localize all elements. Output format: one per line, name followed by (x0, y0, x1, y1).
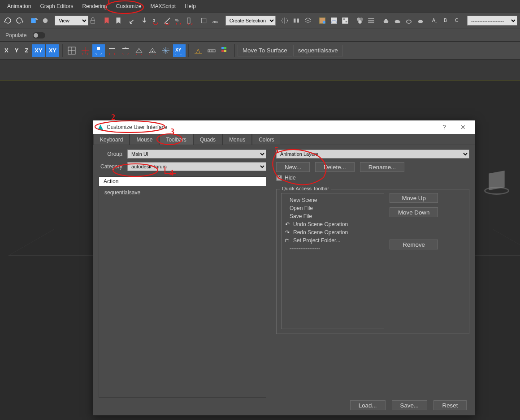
reset-button[interactable]: Reset (433, 400, 467, 410)
qat-item-undo[interactable]: ↶Undo Scene Operation (283, 220, 382, 228)
load-button[interactable]: Load... (350, 400, 386, 410)
scene-explorer-icon[interactable] (317, 14, 328, 27)
menu-maxscript[interactable]: MAXScript (146, 1, 180, 11)
svg-point-36 (152, 51, 153, 52)
edge-snap-icon[interactable] (106, 44, 118, 57)
bookmark-1-icon[interactable] (101, 14, 112, 27)
hide-checkbox[interactable] (276, 175, 282, 181)
tab-colors[interactable]: Colors (252, 134, 281, 145)
axis-z-button[interactable]: Z (22, 44, 31, 57)
undo-button[interactable] (3, 14, 13, 27)
qat-item-save-file[interactable]: Save File (283, 212, 382, 220)
material-list-icon[interactable] (366, 14, 377, 27)
menu-graph-editors[interactable]: Graph Editors (35, 1, 78, 11)
menu-help[interactable]: Help (180, 1, 200, 11)
spinner-snap-icon[interactable] (185, 14, 195, 27)
teapot-2-icon[interactable] (392, 14, 403, 27)
action-header[interactable]: Action (99, 177, 266, 186)
qat-item-set-project[interactable]: 🗀Set Project Folder... (283, 236, 382, 244)
sequentialsave-button[interactable]: sequentialsave (293, 45, 343, 56)
right-dropdown[interactable]: -------------------- (467, 16, 517, 26)
teapot-3-icon[interactable] (403, 14, 414, 27)
axis-xy-button[interactable]: XY (32, 44, 45, 57)
selection-set-dropdown[interactable]: Create Selection Se (225, 16, 276, 26)
close-icon[interactable]: ✕ (455, 124, 471, 131)
qat-item-new-scene[interactable]: New Scene (283, 196, 382, 204)
bookmark-2-icon[interactable] (113, 14, 124, 27)
move-to-surface-button[interactable]: Move To Surface (238, 45, 292, 56)
teapot-4-icon[interactable] (415, 14, 426, 27)
save-button[interactable]: Save... (392, 400, 428, 410)
move-down-button[interactable]: Move Down (390, 207, 438, 217)
group-select[interactable]: Main UI (127, 150, 266, 159)
material-editor-icon[interactable] (355, 14, 365, 27)
svg-rect-13 (342, 17, 348, 24)
category-select[interactable]: autodesk_forum (127, 162, 266, 171)
teapot-1-icon[interactable] (381, 14, 391, 27)
curve-editor-icon[interactable] (329, 14, 339, 27)
tab-menus[interactable]: Menus (222, 134, 252, 145)
action-item[interactable]: sequentialsave (104, 188, 261, 197)
face-center-snap-icon[interactable] (146, 44, 159, 57)
viewcube[interactable] (484, 170, 509, 195)
link-button[interactable] (29, 14, 39, 27)
snap-3-icon[interactable]: 3 (150, 14, 161, 27)
vertex-snap-icon[interactable] (92, 44, 105, 57)
b-sub-icon[interactable]: B (441, 14, 452, 27)
view-selector-lock-icon[interactable] (88, 16, 97, 26)
axis-down-icon[interactable] (139, 14, 150, 27)
qat-list[interactable]: New Scene Open File Save File ↶Undo Scen… (281, 193, 384, 329)
svg-text:XY: XY (175, 47, 182, 52)
rename-toolbar-button[interactable]: Rename... (360, 162, 405, 172)
grid-snap-icon[interactable] (65, 44, 78, 57)
populate-toggle[interactable] (33, 32, 45, 39)
axis-x-button[interactable]: X (2, 44, 11, 57)
pivot-snap-icon[interactable] (79, 44, 91, 57)
percent-snap-icon[interactable]: % (173, 14, 184, 27)
color-grid-icon[interactable] (219, 44, 231, 57)
svg-rect-43 (224, 47, 226, 49)
unlink-button[interactable] (40, 14, 51, 27)
move-up-button[interactable]: Move Up (390, 193, 438, 203)
svg-rect-44 (221, 50, 224, 52)
menu-rendering[interactable]: Rendering (78, 1, 111, 11)
named-sel-icon[interactable] (199, 14, 210, 27)
axis-xy2-button[interactable]: XY (46, 44, 59, 57)
abc-icon[interactable]: ABC (211, 14, 221, 27)
schematic-view-icon[interactable] (340, 14, 351, 27)
view-selector[interactable]: View (55, 16, 97, 26)
tab-mouse[interactable]: Mouse (130, 134, 159, 145)
help-icon[interactable]: ? (436, 124, 452, 131)
action-list[interactable]: sequentialsave (99, 186, 266, 199)
dialog-titlebar[interactable]: Customize User Interface ? ✕ (93, 120, 475, 134)
tab-quads[interactable]: Quads (193, 134, 222, 145)
c-sub-icon[interactable]: C (452, 14, 463, 27)
menu-animation[interactable]: Animation (3, 1, 35, 11)
qat-item-redo[interactable]: ↷Redo Scene Operation (283, 228, 382, 236)
align-icon[interactable] (291, 14, 302, 27)
menu-customize[interactable]: Customize (112, 1, 146, 11)
tab-toolbars[interactable]: Toolbars (159, 134, 193, 145)
working-pivot-icon[interactable] (192, 44, 204, 57)
angle-snap-icon[interactable] (162, 14, 173, 27)
layers-icon[interactable] (303, 14, 313, 27)
axis-move-icon[interactable] (127, 14, 138, 27)
svg-text:3: 3 (153, 18, 155, 23)
axis-y-button[interactable]: Y (12, 44, 22, 57)
frozen-snap-icon[interactable] (160, 44, 172, 57)
xy-snap-icon[interactable]: XY (173, 44, 186, 57)
measure-icon[interactable] (205, 44, 218, 57)
new-toolbar-button[interactable]: New... (276, 162, 310, 172)
a-sub-icon[interactable]: A• (429, 14, 440, 27)
face-snap-icon[interactable] (133, 44, 145, 57)
redo-button[interactable] (14, 14, 25, 27)
tab-keyboard[interactable]: Keyboard (93, 134, 130, 145)
remove-button[interactable]: Remove (390, 240, 438, 249)
edge-mid-snap-icon[interactable] (119, 44, 132, 57)
delete-toolbar-button[interactable]: Delete... (315, 162, 355, 172)
toolbar-target-select[interactable]: Animation Layers (276, 150, 469, 159)
qat-separator[interactable]: ----------------- (283, 244, 382, 253)
qat-item-open-file[interactable]: Open File (283, 204, 382, 212)
mirror-icon[interactable] (280, 14, 290, 27)
dialog-footer: Load... Save... Reset (350, 400, 467, 410)
